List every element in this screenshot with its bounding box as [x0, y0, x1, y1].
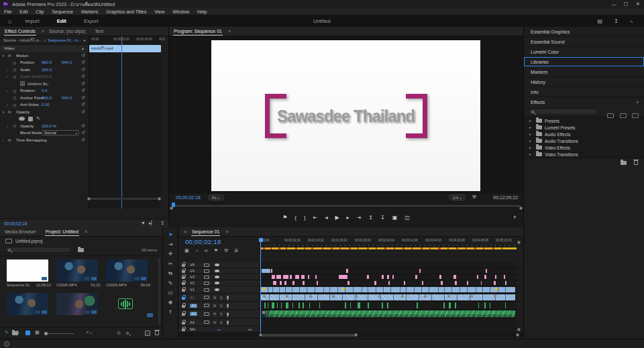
item-thumbnail[interactable] — [7, 293, 48, 315]
clip-segment-green[interactable] — [417, 302, 418, 308]
timeline-playhead[interactable] — [260, 238, 261, 333]
reset-icon[interactable]: ↺ — [81, 81, 85, 86]
mark-out-button[interactable]: } — [304, 215, 306, 221]
source-assign-icon[interactable] — [204, 270, 209, 273]
effects-bin-audio-transitions[interactable]: ▸Audio Transitions — [524, 137, 644, 144]
menu-sequence[interactable]: Sequence — [48, 9, 77, 14]
button-editor-button[interactable]: + — [513, 214, 517, 221]
track-lane-mix[interactable] — [260, 327, 517, 332]
source-assign-icon[interactable] — [204, 264, 209, 267]
quick-export-icon[interactable]: ↥ — [614, 18, 619, 24]
chevron-icon[interactable]: › — [2, 138, 3, 142]
chevron-icon[interactable]: › — [7, 68, 8, 72]
video-section-header[interactable]: Video▲ — [0, 45, 88, 52]
clip-bar[interactable] — [261, 294, 515, 300]
source-assign-icon[interactable] — [204, 282, 209, 285]
tab-text[interactable]: Text — [90, 27, 108, 36]
clip-segment-green[interactable] — [505, 302, 506, 308]
clip-segment-green[interactable] — [387, 302, 388, 308]
lock-icon[interactable] — [182, 297, 185, 300]
track-name[interactable]: V5 — [190, 263, 195, 267]
clip-segment-green[interactable] — [303, 302, 304, 308]
clip-segment-green[interactable] — [443, 302, 445, 308]
stopwatch-icon[interactable]: ◷ — [13, 103, 16, 107]
panel-header-lumetri-color[interactable]: Lumetri Color — [524, 47, 644, 57]
track-name[interactable]: A2 — [190, 304, 197, 308]
home-icon[interactable]: ⌂ — [8, 18, 11, 25]
stopwatch-icon[interactable]: ◷ — [13, 123, 16, 128]
reset-icon[interactable]: ↺ — [81, 74, 85, 79]
track-lane-a4[interactable] — [260, 318, 517, 326]
track-output-eye-icon[interactable] — [215, 282, 219, 284]
param-value[interactable]: 100.0 — [42, 74, 52, 78]
clip-segment-pink[interactable] — [484, 275, 486, 279]
lock-icon[interactable] — [182, 305, 185, 308]
source-assign-icon[interactable] — [204, 288, 209, 292]
chevron-icon[interactable]: ▸ — [529, 146, 531, 150]
play-around-icon[interactable]: ▸▏ — [149, 221, 155, 226]
source-clip-dropdown[interactable]: Source - introแก้ไ.m... — [3, 37, 42, 44]
linked-selection-toggle[interactable]: ∞ — [205, 248, 208, 253]
clip-bar[interactable] — [261, 310, 515, 317]
panel-header-essential-sound[interactable]: Essential Sound — [524, 37, 644, 47]
status-icon[interactable]: ↻ — [4, 341, 9, 347]
solo-button[interactable]: S — [220, 312, 222, 316]
project-item-c0003-mp4[interactable]: C0003.MP456;04 — [106, 259, 153, 287]
pen-tool[interactable]: ✎ — [168, 280, 173, 286]
tab-sequence[interactable]: Sequence 01 — [187, 227, 224, 237]
reset-icon[interactable]: ↺ — [81, 95, 85, 101]
scroll-knob-right[interactable] — [354, 333, 358, 337]
menu-view[interactable]: View — [150, 9, 168, 14]
clip-segment-pink[interactable] — [494, 281, 496, 285]
track-name[interactable]: V1 — [190, 288, 195, 292]
scroll-knob-end[interactable] — [516, 333, 519, 337]
panel-menu-icon[interactable]: ≡ — [228, 29, 231, 34]
clip-segment-green[interactable] — [345, 302, 346, 308]
new-bin-icon[interactable] — [621, 161, 627, 165]
chevron-icon[interactable]: › — [7, 89, 8, 93]
type-tool[interactable]: T — [169, 309, 172, 315]
clip-segment-pink[interactable] — [419, 269, 421, 273]
clip-segment-pink[interactable] — [453, 275, 455, 279]
effects-panel-header[interactable]: Effects ≡ — [524, 97, 644, 107]
play-button[interactable]: ▶ — [335, 215, 339, 221]
track-name[interactable]: A3 — [190, 312, 197, 316]
playback-resolution-dropdown[interactable]: 1/4 ∨ — [449, 194, 466, 200]
effect-controls-timecode[interactable]: 00;00;02;18 — [4, 221, 27, 226]
snap-toggle[interactable]: ∩ — [195, 248, 199, 253]
new-item-icon[interactable]: + — [145, 331, 150, 336]
export-frame-button[interactable]: ▣ — [392, 215, 398, 221]
chevron-icon[interactable]: ▸ — [529, 139, 531, 143]
project-item[interactable] — [106, 293, 153, 309]
stopwatch-icon[interactable]: ◷ — [13, 60, 16, 65]
rect-mask-icon[interactable] — [28, 117, 33, 121]
voiceover-mic-icon[interactable] — [227, 312, 229, 316]
clip-segment-pink[interactable] — [280, 281, 282, 285]
close-icon[interactable]: ✕ — [178, 229, 187, 234]
clip-segment-pink[interactable] — [301, 275, 305, 279]
delete-icon[interactable] — [634, 160, 638, 165]
clip-segment-pink[interactable] — [276, 275, 282, 279]
search-tool[interactable] — [124, 331, 130, 337]
stopwatch-icon[interactable]: ◷ — [13, 67, 16, 72]
stopwatch-icon[interactable]: ◷ — [13, 89, 16, 93]
scrollbar-knob-left[interactable] — [87, 197, 91, 200]
clip-segment-pink[interactable] — [295, 275, 300, 279]
razor-tool[interactable]: ✂ — [168, 261, 173, 267]
effects-bin-video-transitions[interactable]: ▸Video Transitions — [524, 151, 644, 158]
clip-segment-green[interactable] — [478, 302, 480, 308]
hand-tool[interactable]: ✥ — [168, 300, 173, 306]
zoom-handle-right[interactable] — [519, 207, 523, 210]
chevron-icon[interactable]: ▸ — [529, 152, 531, 156]
workspace-tab-export[interactable]: Export — [84, 18, 99, 24]
clip-segment-pink[interactable] — [271, 269, 272, 273]
clip-segment-pink[interactable] — [272, 275, 275, 279]
tab-sourcenoclips[interactable]: Source: (no clips) — [44, 27, 90, 36]
panel-menu-icon[interactable]: ≡ — [225, 229, 228, 234]
master-meters-icon[interactable]: ●● — [217, 328, 221, 331]
track-lane-v3[interactable] — [260, 274, 517, 280]
settings-wrench-icon[interactable]: ⚒ — [472, 194, 476, 200]
item-thumbnail[interactable] — [56, 259, 98, 282]
menu-graphics-and-titles[interactable]: Graphics and Titles — [102, 9, 150, 14]
menu-window[interactable]: Window — [168, 9, 193, 14]
